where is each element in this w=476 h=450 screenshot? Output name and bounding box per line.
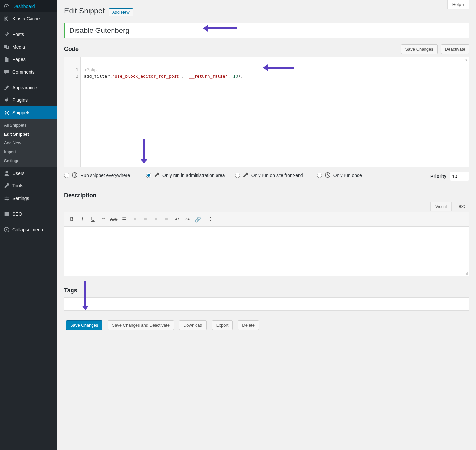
export-button[interactable]: Export xyxy=(212,320,233,330)
seo-icon xyxy=(3,211,10,217)
sidebar-subitem-import[interactable]: Import xyxy=(0,147,57,156)
tags-heading: Tags xyxy=(64,287,469,294)
editor-toolbar: BIU❝ABC☰≡≡≡≡↶↷🔗⛶ xyxy=(64,212,469,226)
radio-icon xyxy=(235,173,240,178)
sidebar-subitem-add-new[interactable]: Add New xyxy=(0,139,57,147)
priority-input[interactable] xyxy=(450,172,469,181)
sidebar-item-users[interactable]: Users xyxy=(0,167,57,180)
download-button[interactable]: Download xyxy=(179,320,207,330)
toolbar-underline-icon[interactable]: U xyxy=(88,214,98,224)
sidebar-item-comments[interactable]: Comments xyxy=(0,66,57,78)
snippet-title-input[interactable] xyxy=(64,23,469,38)
collapse-icon xyxy=(3,226,10,233)
save-deactivate-button[interactable]: Save Changes and Deactivate xyxy=(108,320,174,330)
main-content: Help Edit Snippet Add New Code Save Chan… xyxy=(57,0,476,450)
toolbar-fullscreen-icon[interactable]: ⛶ xyxy=(203,214,213,224)
toolbar-italic-icon[interactable]: I xyxy=(77,214,87,224)
pin-icon xyxy=(3,31,10,38)
wrench-icon xyxy=(3,182,10,189)
help-tab[interactable]: Help xyxy=(447,0,469,9)
sidebar-item-plugins[interactable]: Plugins xyxy=(0,94,57,106)
sidebar-item-media[interactable]: Media xyxy=(0,41,57,53)
toolbar-ol-icon[interactable]: ≡ xyxy=(130,214,140,224)
user-icon xyxy=(3,170,10,177)
code-editor[interactable]: ? 1 2 <?php add_filter('use_block_editor… xyxy=(64,57,469,167)
toolbar-bold-icon[interactable]: B xyxy=(67,214,77,224)
wrench-icon xyxy=(243,172,249,179)
sidebar-item-dashboard[interactable]: Dashboard xyxy=(0,0,57,12)
radio-icon xyxy=(317,173,322,178)
deactivate-button[interactable]: Deactivate xyxy=(441,44,469,54)
sidebar-subitem-edit-snippet[interactable]: Edit Snippet xyxy=(0,130,57,139)
code-gutter: 1 2 xyxy=(64,57,81,167)
tab-text[interactable]: Text xyxy=(452,202,469,211)
tags-input[interactable] xyxy=(64,297,469,311)
scope-options: Run snippet everywhereOnly run in admini… xyxy=(64,172,469,181)
sidebar-item-appearance[interactable]: Appearance xyxy=(0,81,57,94)
scope-option-only-run-in-administration-area[interactable]: Only run in administration area xyxy=(146,172,225,179)
wrench-icon xyxy=(154,172,160,179)
toolbar-quote-icon[interactable]: ❝ xyxy=(98,214,108,224)
plug-icon xyxy=(3,97,10,103)
sidebar-item-collapse-menu[interactable]: Collapse menu xyxy=(0,224,57,236)
code-help-icon[interactable]: ? xyxy=(465,59,467,63)
dashboard-icon xyxy=(3,3,10,10)
toolbar-align-left-icon[interactable]: ≡ xyxy=(140,214,150,224)
scope-option-only-run-on-site-front-end[interactable]: Only run on site front-end xyxy=(235,172,307,179)
scissors-icon xyxy=(3,109,10,116)
description-editor: BIU❝ABC☰≡≡≡≡↶↷🔗⛶ xyxy=(64,212,469,276)
save-changes-button[interactable]: Save Changes xyxy=(66,320,102,330)
sidebar-item-kinsta-cache[interactable]: Kinsta Cache xyxy=(0,12,57,25)
globe-icon xyxy=(72,172,78,179)
sidebar-item-posts[interactable]: Posts xyxy=(0,28,57,41)
sidebar-item-pages[interactable]: Pages xyxy=(0,53,57,66)
radio-icon xyxy=(64,173,69,178)
sidebar-item-seo[interactable]: SEO xyxy=(0,208,57,220)
brush-icon xyxy=(3,84,10,91)
scope-option-only-run-once[interactable]: Only run once xyxy=(317,172,389,179)
toolbar-align-center-icon[interactable]: ≡ xyxy=(151,214,161,224)
sidebar-item-settings[interactable]: Settings xyxy=(0,192,57,204)
description-heading: Description xyxy=(64,192,469,199)
toolbar-align-right-icon[interactable]: ≡ xyxy=(161,214,171,224)
add-new-button[interactable]: Add New xyxy=(109,8,133,16)
scope-option-run-snippet-everywhere[interactable]: Run snippet everywhere xyxy=(64,172,136,179)
admin-sidebar: DashboardKinsta CachePostsMediaPagesComm… xyxy=(0,0,57,450)
save-changes-button-top[interactable]: Save Changes xyxy=(401,44,437,54)
tab-visual[interactable]: Visual xyxy=(430,202,452,211)
toolbar-link-icon[interactable]: 🔗 xyxy=(193,214,203,224)
kinsta-icon xyxy=(3,15,10,22)
toolbar-redo-icon[interactable]: ↷ xyxy=(182,214,192,224)
sliders-icon xyxy=(3,195,10,202)
editor-tabs: Visual Text xyxy=(430,202,469,211)
toolbar-strike-icon[interactable]: ABC xyxy=(109,214,119,224)
code-heading: Code xyxy=(64,46,79,53)
description-textarea[interactable] xyxy=(64,226,469,276)
code-area[interactable]: <?php add_filter('use_block_editor_for_p… xyxy=(81,57,469,167)
sidebar-item-tools[interactable]: Tools xyxy=(0,180,57,192)
sidebar-item-snippets[interactable]: Snippets xyxy=(0,106,57,119)
clock-icon xyxy=(325,172,331,179)
sidebar-subitem-all-snippets[interactable]: All Snippets xyxy=(0,121,57,130)
comment-icon xyxy=(3,69,10,75)
priority-label: Priority xyxy=(430,174,446,179)
radio-icon xyxy=(146,173,151,178)
delete-button[interactable]: Delete xyxy=(238,320,259,330)
media-icon xyxy=(3,44,10,50)
page-title: Edit Snippet xyxy=(64,7,105,15)
page-icon xyxy=(3,56,10,63)
toolbar-undo-icon[interactable]: ↶ xyxy=(172,214,182,224)
sidebar-subitem-settings[interactable]: Settings xyxy=(0,156,57,165)
footer-actions: Save Changes Save Changes and Deactivate… xyxy=(64,320,469,330)
toolbar-ul-icon[interactable]: ☰ xyxy=(119,214,129,224)
